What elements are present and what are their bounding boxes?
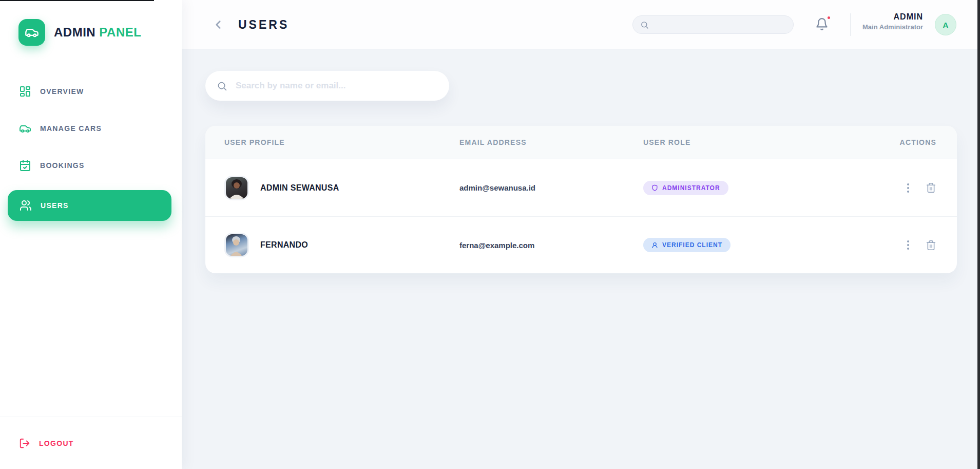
screen-right-edge [977,0,980,469]
more-options-button[interactable] [907,240,909,250]
header-divider [850,13,851,36]
shield-icon [651,184,658,191]
sidebar-nav: OVERVIEW MANAGE CARS BOOKINGS USERS [0,79,182,233]
sidebar: ADMIN PANEL OVERVIEW MANAGE CARS BOOKING… [0,0,182,469]
sidebar-item-label: BOOKINGS [40,161,85,170]
user-name: ADMIN SEWANUSA [260,183,339,193]
logout-label: LOGOUT [39,439,74,447]
header-search-input[interactable] [654,16,793,33]
users-table: USER PROFILE EMAIL ADDRESS USER ROLE ACT… [205,126,957,273]
brand-name-primary: ADMIN [54,25,95,39]
user-icon [651,242,658,249]
trash-icon [926,240,936,251]
table-header-row: USER PROFILE EMAIL ADDRESS USER ROLE ACT… [205,126,957,159]
user-avatar-photo [224,233,249,257]
brand-title: ADMIN PANEL [54,25,141,40]
dashboard-grid-icon [19,85,31,98]
sidebar-item-overview[interactable]: OVERVIEW [0,79,182,104]
users-search-bar[interactable] [205,71,449,101]
search-icon [640,21,649,29]
sidebar-footer: LOGOUT [0,417,182,469]
header-search[interactable] [632,15,794,34]
sidebar-item-label: MANAGE CARS [40,124,102,133]
more-options-button[interactable] [907,183,909,193]
trash-icon [926,182,936,193]
header-user-name: ADMIN [862,12,923,22]
column-header-user-profile: USER PROFILE [224,138,459,146]
column-header-actions: ACTIONS [859,138,936,146]
logout-icon [19,438,30,449]
notification-unread-dot [827,15,831,20]
search-icon [217,81,227,91]
avatar-initial: A [943,21,949,29]
user-profile-cell: ADMIN SEWANUSA [224,176,459,200]
row-actions [859,240,936,251]
table-row: FERNANDO ferna@example.com VERIFIED CLIE… [205,216,957,273]
column-header-email: EMAIL ADDRESS [459,138,643,146]
role-badge-label: ADMINISTRATOR [662,184,720,192]
main-content: USER PROFILE EMAIL ADDRESS USER ROLE ACT… [182,49,980,469]
screen-top-edge [0,0,154,1]
calendar-check-icon [19,159,31,172]
kebab-menu-icon [907,240,909,250]
sidebar-item-bookings[interactable]: BOOKINGS [0,153,182,178]
delete-user-button[interactable] [926,182,936,193]
notifications-button[interactable] [815,15,832,33]
top-bar: USERS ADMIN Main Administrator A [182,0,980,49]
brand: ADMIN PANEL [18,19,141,46]
car-icon [19,122,31,135]
brand-name-secondary: PANEL [99,25,141,39]
delete-user-button[interactable] [926,240,936,251]
car-logo-icon [18,19,45,46]
column-header-role: USER ROLE [643,138,859,146]
role-badge-administrator: ADMINISTRATOR [643,181,728,195]
kebab-menu-icon [907,183,909,193]
user-profile-cell: FERNANDO [224,233,459,257]
sidebar-item-label: USERS [41,201,69,210]
users-search-input[interactable] [235,71,449,101]
logout-button[interactable]: LOGOUT [0,437,77,449]
row-actions [859,182,936,193]
header-user-role: Main Administrator [862,23,923,31]
admin-panel-screen: ADMIN PANEL OVERVIEW MANAGE CARS BOOKING… [0,0,980,469]
header-user-info: ADMIN Main Administrator [862,12,923,31]
user-avatar-photo [224,176,249,200]
user-role-cell: ADMINISTRATOR [643,181,859,195]
role-badge-verified-client: VERIFIED CLIENT [643,238,731,252]
user-role-cell: VERIFIED CLIENT [643,238,859,252]
user-avatar[interactable]: A [935,14,956,35]
chevron-left-icon [212,18,225,31]
table-row: ADMIN SEWANUSA admin@sewanusa.id ADMINIS… [205,159,957,216]
sidebar-item-manage-cars[interactable]: MANAGE CARS [0,116,182,141]
back-button[interactable] [210,17,226,32]
users-icon [20,199,32,212]
sidebar-item-users[interactable]: USERS [8,190,171,221]
sidebar-item-label: OVERVIEW [40,87,84,96]
role-badge-label: VERIFIED CLIENT [662,241,722,249]
user-email: admin@sewanusa.id [459,183,643,192]
user-email: ferna@example.com [459,241,643,250]
page-title: USERS [238,18,289,32]
user-name: FERNANDO [260,240,308,250]
